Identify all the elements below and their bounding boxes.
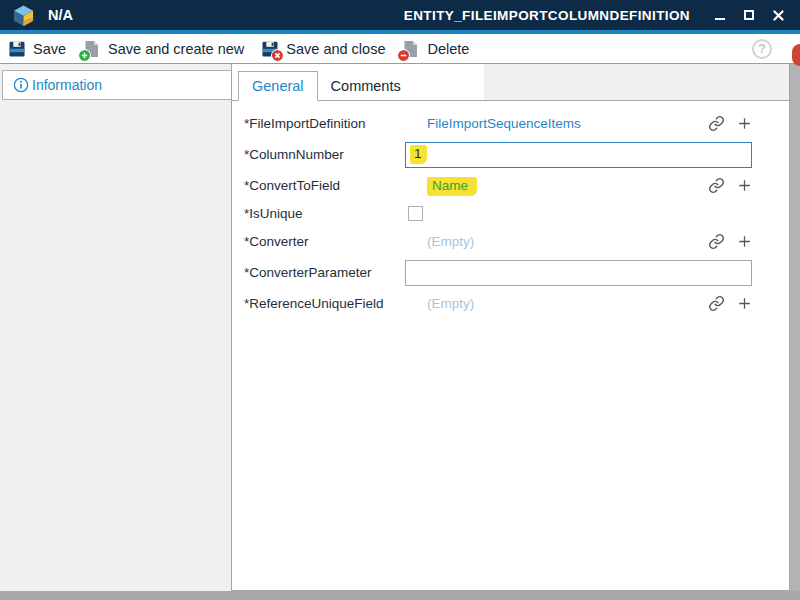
add-icon[interactable] bbox=[736, 115, 753, 132]
highlighted-value: 1 bbox=[410, 145, 427, 164]
save-close-icon bbox=[261, 40, 279, 58]
save-and-close-label: Save and close bbox=[286, 41, 385, 57]
field-row-referenceuniquefield: *ReferenceUniqueField (Empty) bbox=[232, 289, 789, 318]
minimize-icon[interactable] bbox=[714, 9, 726, 21]
save-and-create-new-button[interactable]: Save and create new bbox=[83, 40, 244, 58]
save-and-create-new-label: Save and create new bbox=[108, 41, 244, 57]
field-row-columnnumber: *ColumnNumber 1 bbox=[232, 138, 789, 171]
background-window-sliver bbox=[792, 44, 800, 66]
sidebar: Information bbox=[0, 64, 232, 591]
sidebar-item-label: Information bbox=[32, 77, 102, 93]
link-icon[interactable] bbox=[708, 115, 725, 132]
referenceuniquefield-empty-value[interactable]: (Empty) bbox=[427, 296, 474, 311]
form-panel: *FileImportDefinition FileImportSequence… bbox=[232, 101, 789, 591]
app-window: N/A ENTITY_FILEIMPORTCOLUMNDEFINITION Sa… bbox=[0, 0, 800, 600]
tab-bar: General Comments bbox=[232, 64, 789, 101]
field-label: *ConverterParameter bbox=[244, 265, 405, 280]
delete-button[interactable]: Delete bbox=[402, 40, 469, 58]
link-icon[interactable] bbox=[708, 233, 725, 250]
window-controls bbox=[714, 9, 784, 21]
field-row-converterparameter: *ConverterParameter bbox=[232, 256, 789, 289]
field-row-fileimportdefinition: *FileImportDefinition FileImportSequence… bbox=[232, 109, 789, 138]
field-label: *IsUnique bbox=[244, 206, 405, 221]
close-icon[interactable] bbox=[772, 9, 784, 21]
add-icon[interactable] bbox=[736, 233, 753, 250]
bottom-edge-strip bbox=[0, 591, 800, 600]
delete-icon bbox=[402, 40, 420, 58]
save-button[interactable]: Save bbox=[8, 40, 66, 58]
field-label: *ColumnNumber bbox=[244, 147, 405, 162]
field-label: *ConvertToField bbox=[244, 178, 405, 193]
title-bar: N/A ENTITY_FILEIMPORTCOLUMNDEFINITION bbox=[0, 0, 800, 30]
info-icon bbox=[13, 77, 29, 93]
fileimportdefinition-value-link[interactable]: FileImportSequenceItems bbox=[427, 116, 581, 131]
toolbar: Save Save and create new Save and close … bbox=[0, 34, 800, 64]
content-area: Information General Comments *FileImport… bbox=[0, 64, 800, 600]
converttofield-value-link[interactable]: Name bbox=[427, 178, 477, 193]
help-icon[interactable]: ? bbox=[752, 39, 772, 59]
columnnumber-input[interactable]: 1 bbox=[405, 142, 752, 168]
sidebar-item-information[interactable]: Information bbox=[2, 70, 231, 100]
add-icon[interactable] bbox=[736, 295, 753, 312]
highlighted-value: Name bbox=[427, 177, 477, 196]
tab-general[interactable]: General bbox=[238, 71, 318, 101]
app-title: N/A bbox=[48, 7, 73, 23]
field-label: *Converter bbox=[244, 234, 405, 249]
save-create-new-icon bbox=[83, 40, 101, 58]
main-area: General Comments *FileImportDefinition F… bbox=[232, 64, 790, 591]
link-icon[interactable] bbox=[708, 295, 725, 312]
save-and-close-button[interactable]: Save and close bbox=[261, 40, 385, 58]
delete-label: Delete bbox=[427, 41, 469, 57]
field-row-converter: *Converter (Empty) bbox=[232, 227, 789, 256]
field-label: *FileImportDefinition bbox=[244, 116, 405, 131]
tabs-strip: General Comments bbox=[232, 64, 484, 100]
right-edge-strip bbox=[790, 64, 800, 591]
entity-title: ENTITY_FILEIMPORTCOLUMNDEFINITION bbox=[404, 8, 690, 23]
link-icon[interactable] bbox=[708, 177, 725, 194]
converterparameter-input[interactable] bbox=[405, 260, 752, 286]
save-icon bbox=[8, 40, 26, 58]
app-logo-cube-icon bbox=[12, 4, 35, 27]
isunique-checkbox[interactable] bbox=[408, 206, 423, 221]
converter-empty-value[interactable]: (Empty) bbox=[427, 234, 474, 249]
maximize-icon[interactable] bbox=[743, 9, 755, 21]
save-label: Save bbox=[33, 41, 66, 57]
field-row-converttofield: *ConvertToField Name bbox=[232, 171, 789, 200]
add-icon[interactable] bbox=[736, 177, 753, 194]
field-label: *ReferenceUniqueField bbox=[244, 296, 405, 311]
field-row-isunique: *IsUnique bbox=[232, 200, 789, 227]
tab-comments[interactable]: Comments bbox=[318, 72, 414, 100]
